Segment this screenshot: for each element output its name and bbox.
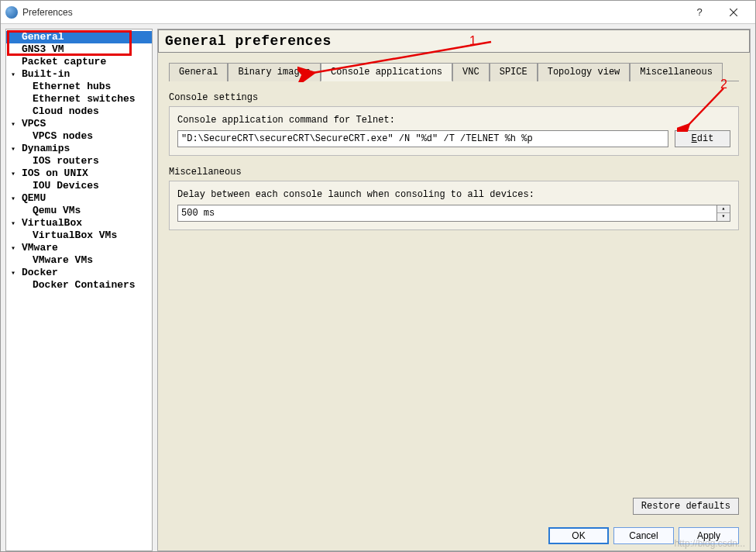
tree-item[interactable]: GNS3 VM — [6, 43, 152, 56]
console-settings-group: Console application command for Telnet: … — [169, 106, 739, 156]
tab-general[interactable]: General — [169, 63, 228, 81]
tree-item-label: Docker — [22, 267, 58, 278]
tree-item-label: Cloud nodes — [33, 105, 99, 117]
tree-item-label: Dynamips — [22, 143, 70, 154]
category-tree: GeneralGNS3 VMPacket capture▾Built-inEth… — [5, 29, 153, 551]
tree-item[interactable]: Ethernet switches — [6, 93, 152, 105]
tree-expand-icon[interactable]: ▾ — [11, 243, 15, 255]
titlebar: Preferences ? — [1, 1, 755, 24]
tree-item[interactable]: IOS routers — [6, 155, 152, 167]
page-title: General preferences — [158, 29, 750, 53]
tree-item-label: IOU Devices — [33, 180, 99, 191]
restore-defaults-button[interactable]: Restore defaults — [633, 498, 739, 515]
tree-expand-icon[interactable]: ▾ — [11, 168, 15, 181]
tree-item-label: IOS routers — [33, 155, 99, 167]
tree-item-label: Built-in — [22, 68, 70, 80]
console-settings-label: Console settings — [169, 92, 739, 103]
console-command-label: Console application command for Telnet: — [177, 115, 730, 126]
tree-item-label: IOS on UNIX — [22, 167, 88, 179]
misc-label: Miscellaneous — [169, 167, 739, 178]
tree-item[interactable]: ▾QEMU — [6, 192, 152, 205]
tree-expand-icon[interactable]: ▾ — [11, 69, 15, 81]
help-button[interactable]: ? — [682, 2, 716, 23]
tree-item[interactable]: IOU Devices — [6, 180, 152, 192]
cancel-button[interactable]: Cancel — [613, 527, 674, 544]
tab-vnc[interactable]: VNC — [452, 63, 490, 81]
tree-item-label: Docker Containers — [33, 279, 136, 291]
tree-item[interactable]: ▾Dynamips — [6, 143, 152, 155]
tree-item-label: VPCS nodes — [33, 130, 93, 142]
tree-item[interactable]: ▾VMware — [6, 242, 152, 254]
tree-item-label: VirtualBox — [22, 217, 82, 229]
tab-miscellaneous[interactable]: Miscellaneous — [630, 63, 723, 81]
tree-item-label: Ethernet hubs — [33, 81, 111, 92]
tree-item-label: VMware — [22, 242, 58, 254]
tree-item[interactable]: ▾VirtualBox — [6, 217, 152, 229]
delay-label: Delay between each console launch when c… — [177, 189, 730, 200]
preferences-window: Preferences ? GeneralGNS3 VMPacket captu… — [0, 0, 756, 552]
tree-item[interactable]: Qemu VMs — [6, 205, 152, 217]
delay-input[interactable] — [177, 205, 717, 222]
tree-item[interactable]: ▾Built-in — [6, 68, 152, 81]
tree-item[interactable]: ▾IOS on UNIX — [6, 167, 152, 180]
delay-spinner[interactable]: ▴ ▾ — [717, 205, 730, 222]
tab-spice[interactable]: SPICE — [490, 63, 538, 81]
tree-item[interactable]: VPCS nodes — [6, 130, 152, 143]
tree-item-label: Qemu VMs — [33, 205, 81, 216]
tree-item[interactable]: ▾Docker — [6, 267, 152, 279]
tree-item-label: VPCS — [22, 118, 46, 129]
close-button[interactable] — [716, 2, 751, 23]
tree-item-label: GNS3 VM — [22, 43, 64, 55]
tree-item-label: VMware VMs — [33, 254, 93, 266]
close-icon — [730, 9, 737, 16]
tree-item-label: Ethernet switches — [33, 93, 136, 105]
tree-item[interactable]: VirtualBox VMs — [6, 229, 152, 242]
edit-button[interactable]: Edit — [675, 130, 730, 147]
tree-item[interactable]: Packet capture — [6, 56, 152, 68]
tab-bar: GeneralBinary imagesConsole applications… — [169, 62, 739, 81]
tree-item-label: General — [22, 31, 64, 43]
tree-item-label: QEMU — [22, 192, 46, 204]
tree-item[interactable]: General — [6, 31, 152, 43]
apply-button[interactable]: Apply — [679, 527, 739, 544]
spin-down-icon[interactable]: ▾ — [717, 213, 730, 221]
app-icon — [5, 6, 18, 19]
ok-button[interactable]: OK — [548, 527, 609, 544]
tree-expand-icon[interactable]: ▾ — [11, 143, 15, 156]
tree-item[interactable]: ▾VPCS — [6, 118, 152, 130]
tree-item[interactable]: Docker Containers — [6, 279, 152, 292]
console-command-input[interactable] — [177, 130, 668, 147]
settings-panel: General preferences GeneralBinary images… — [157, 29, 751, 551]
misc-group: Delay between each console launch when c… — [169, 181, 739, 230]
tab-topology-view[interactable]: Topology view — [538, 63, 631, 81]
tree-item-label: Packet capture — [22, 56, 106, 67]
tree-item[interactable]: VMware VMs — [6, 254, 152, 267]
tree-expand-icon[interactable]: ▾ — [11, 218, 15, 230]
dialog-button-bar: OK Cancel Apply http://blog.csdn... — [158, 521, 750, 550]
tree-item[interactable]: Ethernet hubs — [6, 81, 152, 93]
tab-console-applications[interactable]: Console applications — [321, 63, 452, 81]
tree-expand-icon[interactable]: ▾ — [11, 119, 15, 131]
tree-expand-icon[interactable]: ▾ — [11, 193, 15, 205]
tree-item[interactable]: Cloud nodes — [6, 105, 152, 118]
tab-binary-images[interactable]: Binary images — [228, 63, 321, 81]
tree-expand-icon[interactable]: ▾ — [11, 267, 15, 280]
tree-item-label: VirtualBox VMs — [33, 229, 117, 241]
window-title: Preferences — [22, 7, 682, 18]
